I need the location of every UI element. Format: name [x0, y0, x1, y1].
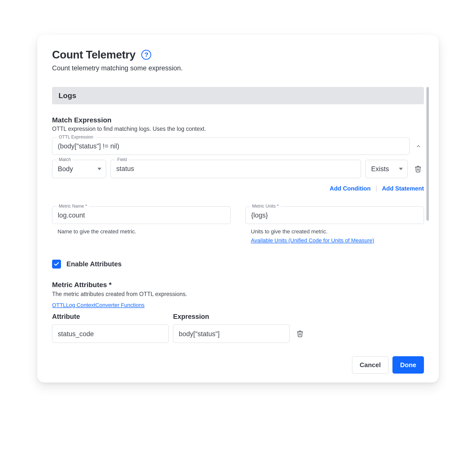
metric-name-helper: Name to give the created metric.	[58, 228, 231, 235]
col-header-expression: Expression	[173, 313, 290, 321]
operator-select[interactable]: Exists	[365, 160, 408, 178]
field-label: Field	[115, 157, 129, 162]
cancel-button[interactable]: Cancel	[352, 356, 388, 374]
collapse-icon[interactable]	[413, 137, 424, 155]
attribute-row	[52, 325, 424, 343]
add-condition-link[interactable]: Add Condition	[330, 185, 371, 192]
enable-attributes-label: Enable Attributes	[66, 260, 122, 268]
metric-attributes-desc: The metric attributes created from OTTL …	[52, 291, 424, 298]
help-icon[interactable]: ?	[141, 50, 151, 60]
delete-condition-button[interactable]	[412, 160, 424, 178]
attribute-expression-input[interactable]	[173, 325, 289, 343]
metric-units-label: Metric Units *	[250, 204, 281, 209]
match-select-label: Match	[57, 157, 73, 162]
metric-name-input[interactable]	[52, 207, 230, 224]
match-expression-title: Match Expression	[52, 116, 424, 124]
col-header-attribute: Attribute	[52, 313, 169, 321]
metric-units-input[interactable]	[246, 207, 424, 224]
available-units-link[interactable]: Available Units (Unified Code for Units …	[251, 237, 374, 244]
chevron-down-icon	[97, 168, 101, 170]
add-statement-link[interactable]: Add Statement	[382, 185, 424, 192]
match-expression-group: Match Expression OTTL expression to find…	[52, 116, 424, 192]
match-select-value: Body	[58, 165, 73, 173]
divider	[376, 185, 377, 192]
enable-attributes-checkbox[interactable]	[52, 260, 61, 269]
chevron-down-icon	[399, 168, 403, 170]
metric-attributes-title: Metric Attributes *	[52, 281, 424, 289]
field-input[interactable]	[111, 160, 361, 177]
match-expression-desc: OTTL expression to find matching logs. U…	[52, 126, 424, 132]
page-subtitle: Count telemetry matching some expression…	[52, 64, 424, 72]
ottl-functions-link[interactable]: OTTLLog ContextConverter Functions	[52, 302, 145, 308]
dialog-card: Count Telemetry ? Count telemetry matchi…	[37, 35, 439, 382]
page-title: Count Telemetry	[52, 49, 135, 61]
metric-units-helper: Units to give the created metric.	[251, 228, 424, 235]
operator-select-value: Exists	[371, 165, 389, 173]
ottl-expression-input[interactable]	[52, 137, 409, 155]
match-select[interactable]: Match Body	[52, 160, 106, 178]
delete-attribute-button[interactable]	[294, 325, 306, 343]
attribute-name-input[interactable]	[52, 325, 168, 343]
scrollbar[interactable]	[426, 87, 429, 221]
section-header-logs: Logs	[52, 87, 424, 104]
ottl-expression-label: OTTL Expression	[57, 135, 95, 140]
metric-name-label: Metric Name *	[57, 204, 89, 209]
done-button[interactable]: Done	[392, 356, 424, 374]
